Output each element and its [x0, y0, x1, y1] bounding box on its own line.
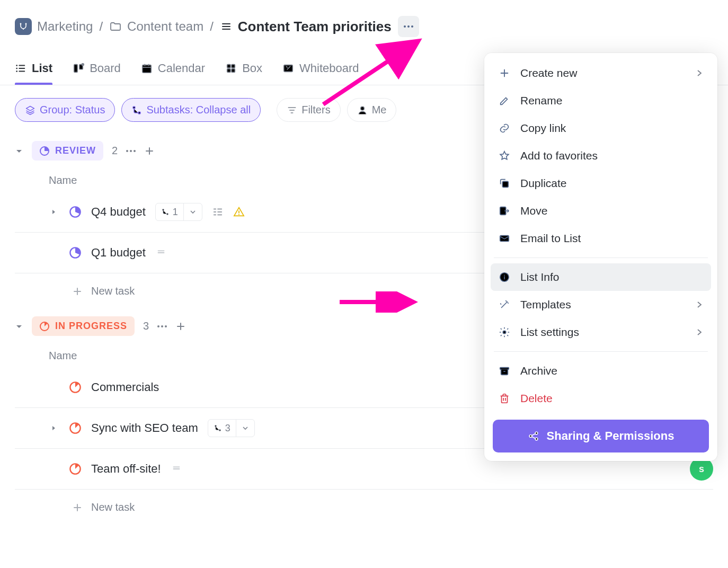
group-in-progress-count: 3	[143, 320, 149, 332]
me-mode-button[interactable]: Me	[347, 98, 397, 122]
svg-point-16	[360, 106, 364, 110]
col-name: Name	[49, 174, 77, 187]
subtask-badge[interactable]: 1	[155, 203, 202, 221]
new-task-button[interactable]: New task	[15, 490, 713, 513]
task-name: Q1 budget	[91, 246, 146, 260]
tab-board[interactable]: Board	[73, 52, 121, 85]
tab-calendar[interactable]: Calendar	[141, 52, 205, 85]
task-status-icon[interactable]	[69, 463, 82, 475]
menu-label: Create new	[520, 67, 577, 79]
subtasks-pill[interactable]: Subtasks: Collapse all	[121, 98, 261, 122]
subtask-badge[interactable]: 3	[208, 419, 255, 437]
menu-duplicate[interactable]: Duplicate	[491, 170, 711, 197]
expand-icon[interactable]	[49, 209, 59, 215]
task-name: Sync with SEO team	[91, 421, 198, 435]
svg-rect-8	[143, 65, 152, 73]
breadcrumb-workspace[interactable]: Marketing	[15, 18, 93, 35]
menu-list-settings[interactable]: List settings	[491, 318, 711, 346]
add-task-button[interactable]	[175, 321, 186, 332]
menu-label: Rename	[520, 94, 562, 107]
tab-box[interactable]: Box	[225, 52, 262, 85]
task-status-icon[interactable]	[69, 246, 82, 259]
workspace-icon	[15, 18, 32, 35]
status-in-progress-label: IN PROGRESS	[55, 321, 127, 332]
menu-label: Email to List	[520, 232, 581, 245]
menu-rename[interactable]: Rename	[491, 87, 711, 114]
group-more-button[interactable]	[126, 150, 136, 152]
tab-list-label: List	[32, 61, 52, 75]
sharing-button[interactable]: Sharing & Permissions	[493, 420, 709, 452]
group-more-button[interactable]	[157, 325, 167, 327]
tab-whiteboard[interactable]: Whiteboard	[282, 52, 359, 85]
more-options-button[interactable]	[398, 16, 419, 37]
menu-favorites[interactable]: Add to favorites	[491, 142, 711, 170]
svg-point-3	[16, 68, 17, 69]
task-name: Commercials	[91, 380, 159, 394]
breadcrumb-workspace-label: Marketing	[37, 19, 93, 34]
group-pill[interactable]: Group: Status	[15, 98, 115, 122]
status-review-label: REVIEW	[55, 145, 96, 156]
subtask-chevron[interactable]	[184, 203, 202, 220]
menu-move[interactable]: Move	[491, 197, 711, 225]
layers-icon	[25, 105, 35, 116]
subtask-chevron[interactable]	[236, 420, 254, 437]
menu-delete[interactable]: Delete	[491, 385, 711, 412]
collapse-toggle[interactable]	[15, 322, 23, 331]
subtask-list-icon[interactable]	[212, 206, 224, 218]
menu-label: List settings	[520, 326, 579, 339]
move-icon	[498, 205, 511, 217]
folder-icon	[109, 20, 122, 33]
branch-icon	[161, 208, 170, 216]
col-name: Name	[49, 350, 77, 362]
menu-label: Archive	[520, 365, 557, 377]
collapse-toggle[interactable]	[15, 147, 23, 155]
menu-create-new[interactable]: Create new	[491, 59, 711, 87]
status-pill-review[interactable]: REVIEW	[32, 141, 103, 161]
chevron-right-icon	[695, 300, 704, 309]
mail-icon	[498, 233, 511, 244]
menu-list-info[interactable]: List Info	[491, 263, 711, 291]
expand-icon[interactable]	[49, 425, 59, 431]
svg-point-1	[25, 23, 27, 25]
tab-board-label: Board	[90, 61, 121, 75]
add-task-button[interactable]	[144, 146, 155, 156]
svg-rect-38	[500, 368, 509, 370]
status-pill-in-progress[interactable]: IN PROGRESS	[32, 316, 135, 336]
status-review-icon	[39, 146, 50, 156]
task-status-icon[interactable]	[69, 206, 82, 218]
menu-templates[interactable]: Templates	[491, 291, 711, 318]
list-view-icon	[15, 63, 26, 74]
breadcrumb-folder[interactable]: Content team	[109, 19, 203, 34]
tab-list[interactable]: List	[15, 52, 52, 85]
task-status-icon[interactable]	[69, 381, 82, 394]
link-icon	[498, 122, 511, 134]
pencil-icon	[498, 95, 511, 106]
calendar-view-icon	[141, 63, 153, 74]
page-title: Content Team priorities	[238, 19, 392, 35]
menu-label: Templates	[520, 298, 571, 311]
trash-icon	[498, 393, 511, 404]
board-view-icon	[73, 63, 84, 74]
breadcrumb-folder-label: Content team	[127, 19, 203, 34]
subtasks-pill-label: Subtasks: Collapse all	[146, 104, 251, 116]
breadcrumb-separator: /	[99, 19, 103, 34]
filters-button[interactable]: Filters	[277, 98, 340, 122]
svg-rect-33	[502, 181, 508, 187]
warning-icon	[233, 206, 245, 218]
chevron-right-icon	[695, 328, 704, 336]
breadcrumb-list[interactable]: Content Team priorities	[220, 19, 392, 35]
new-task-label: New task	[91, 501, 135, 513]
tab-box-label: Box	[242, 61, 262, 75]
tab-calendar-label: Calendar	[158, 61, 205, 75]
chevron-right-icon	[695, 69, 704, 77]
menu-label: Delete	[520, 392, 553, 405]
context-menu: Create new Rename Copy link Add to favor…	[484, 53, 717, 461]
wand-icon	[498, 299, 511, 310]
group-review-count: 2	[112, 145, 118, 157]
menu-email[interactable]: Email to List	[491, 225, 711, 252]
svg-point-37	[503, 331, 506, 334]
task-status-icon[interactable]	[69, 422, 82, 434]
group-pill-label: Group: Status	[40, 104, 105, 116]
menu-archive[interactable]: Archive	[491, 357, 711, 385]
menu-copy-link[interactable]: Copy link	[491, 114, 711, 142]
